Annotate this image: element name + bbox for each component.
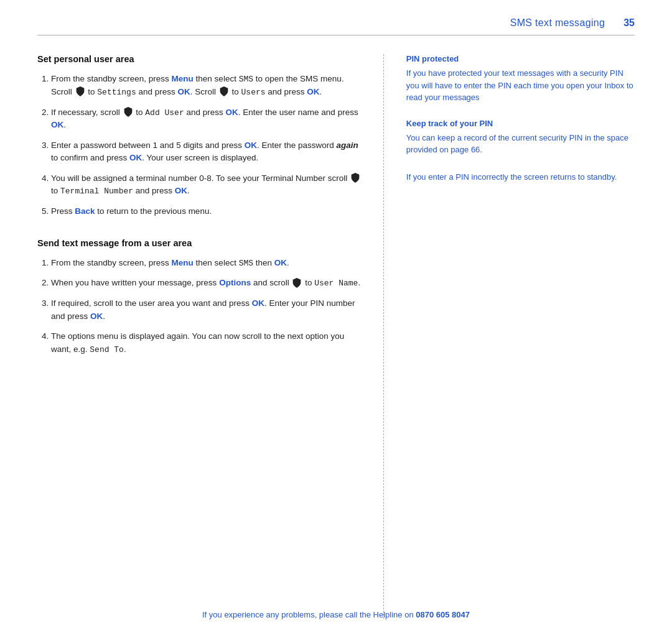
keyword-options: Options	[219, 278, 251, 287]
footer-phone: 0870 605 8047	[416, 610, 470, 619]
list-item: If required, scroll to the user area you…	[51, 297, 365, 323]
sidebar-text-3: If you enter a PIN incorrectly the scree…	[406, 171, 635, 183]
section2-heading: Send text message from a user area	[37, 238, 365, 248]
keyword-ok7: OK	[175, 186, 187, 195]
keyword-menu: Menu	[172, 74, 194, 83]
footer-text: If you experience any problems, please c…	[202, 610, 416, 619]
list-item: The options menu is displayed again. You…	[51, 330, 365, 356]
keyword-ok3: OK	[226, 108, 238, 117]
sidebar-text-1: If you have protected your text messages…	[406, 67, 635, 104]
page-header: SMS text messaging 35	[37, 0, 635, 35]
section2-steps: From the standby screen, press Menu then…	[37, 257, 365, 356]
list-item: If necessary, scroll to Add User and pre…	[51, 106, 365, 132]
keyword-ok9: OK	[252, 298, 264, 308]
mono-sms2: SMS	[239, 259, 253, 268]
page: SMS text messaging 35 Set personal user …	[0, 0, 672, 633]
mono-terminalnumber: Terminal Number	[60, 187, 133, 196]
keyword-ok1: OK	[178, 87, 190, 96]
shield-icon	[219, 86, 229, 97]
sidebar-pin-incorrect: If you enter a PIN incorrectly the scree…	[406, 171, 635, 183]
content-columns: Set personal user area From the standby …	[37, 54, 635, 619]
keyword-back: Back	[75, 206, 95, 216]
list-item: From the standby screen, press Menu then…	[51, 73, 365, 99]
mono-sms: SMS	[239, 75, 253, 84]
keyword-ok2: OK	[307, 87, 319, 96]
shield-icon	[350, 172, 360, 183]
mono-settings: Settings	[97, 88, 136, 97]
keyword-ok5: OK	[245, 141, 257, 150]
section1-steps: From the standby screen, press Menu then…	[37, 73, 365, 218]
keyword-ok8: OK	[274, 258, 287, 267]
list-item: From the standby screen, press Menu then…	[51, 257, 365, 270]
sidebar-keep-track: Keep track of your PIN You can keep a re…	[406, 119, 635, 156]
keyword-ok6: OK	[129, 153, 142, 162]
sidebar-heading-1: PIN protected	[406, 54, 635, 63]
keyword-ok10: OK	[90, 312, 103, 321]
page-title: SMS text messaging	[510, 17, 605, 29]
shield-icon	[75, 86, 85, 97]
mono-username: User Name	[314, 279, 358, 288]
sidebar-text-2: You can keep a record of the current sec…	[406, 132, 635, 156]
list-item: You will be assigned a terminal number 0…	[51, 172, 365, 198]
page-footer: If you experience any problems, please c…	[0, 610, 672, 619]
list-item: Enter a password between 1 and 5 digits …	[51, 139, 365, 165]
mono-adduser: Add User	[145, 108, 184, 118]
mono-sendto: Send To	[90, 345, 124, 354]
section1-heading: Set personal user area	[37, 54, 365, 64]
list-item: When you have written your message, pres…	[51, 277, 365, 290]
shield-icon	[292, 277, 302, 289]
shield-icon	[123, 106, 133, 118]
emphasis-again: again	[337, 141, 358, 150]
page-number: 35	[623, 17, 635, 29]
keyword-menu2: Menu	[172, 258, 194, 267]
section-send-message: Send text message from a user area From …	[37, 238, 365, 356]
list-item: Press Back to return to the previous men…	[51, 205, 365, 218]
keyword-ok4: OK	[51, 120, 63, 129]
mono-users: Users	[241, 88, 266, 97]
left-column: Set personal user area From the standby …	[37, 54, 384, 619]
sidebar-heading-2: Keep track of your PIN	[406, 119, 635, 128]
right-column: PIN protected If you have protected your…	[384, 54, 635, 619]
section-set-personal: Set personal user area From the standby …	[37, 54, 365, 218]
sidebar-pin-protected: PIN protected If you have protected your…	[406, 54, 635, 104]
